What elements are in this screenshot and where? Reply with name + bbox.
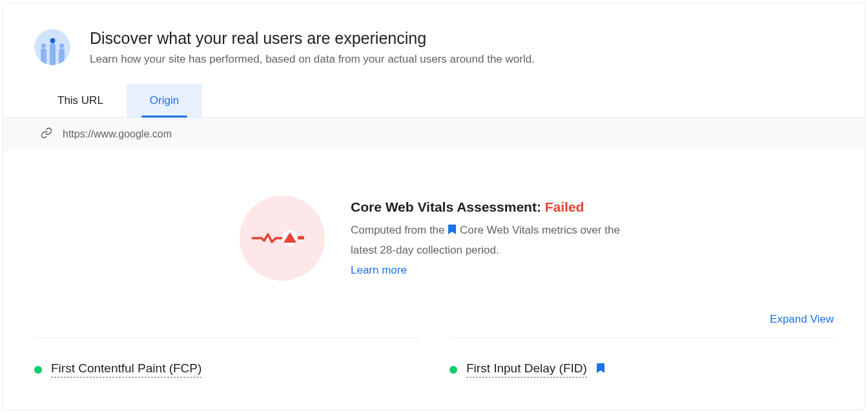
bookmark-icon [596,363,605,376]
metric-fid[interactable]: First Input Delay (FID) [450,361,834,378]
svg-rect-3 [50,43,56,65]
page-title: Discover what your real users are experi… [90,29,535,48]
assessment-text: Core Web Vitals Assessment: Failed Compu… [351,199,628,277]
assessment-title: Core Web Vitals Assessment: Failed [351,199,628,215]
assessment-desc-part1: Computed from the [351,224,448,236]
tabs: This URL Origin [3,84,865,118]
metric-fcp-label: First Contentful Paint (FCP) [51,361,202,378]
vitals-failed-icon [240,196,325,281]
assessment-section: Core Web Vitals Assessment: Failed Compu… [3,150,865,313]
link-icon [41,127,52,141]
assessment-status: Failed [545,199,584,214]
svg-point-7 [59,44,64,48]
crux-logo-icon [34,29,70,65]
page-subtitle: Learn how your site has performed, based… [90,53,535,66]
header: Discover what your real users are experi… [3,3,865,66]
tab-origin[interactable]: Origin [127,84,202,117]
svg-point-6 [50,38,56,43]
url-bar: https://www.google.com [3,118,865,150]
metrics-grid: First Contentful Paint (FCP) First Input… [3,337,865,378]
assessment-title-prefix: Core Web Vitals Assessment: [351,199,545,214]
assessment-description: Computed from the Core Web Vitals metric… [351,221,628,260]
metric-column-left: First Contentful Paint (FCP) [34,337,418,378]
tab-this-url[interactable]: This URL [34,84,127,117]
metric-column-right: First Input Delay (FID) [450,337,834,378]
bookmark-icon [448,223,457,241]
expand-view-link[interactable]: Expand View [770,313,834,325]
metric-fid-label: First Input Delay (FID) [466,361,587,378]
page-container: Discover what your real users are experi… [3,3,865,410]
svg-point-5 [41,44,46,48]
learn-more-link[interactable]: Learn more [351,264,407,277]
status-dot-good-icon [34,366,42,374]
status-dot-good-icon [450,366,457,374]
url-text: https://www.google.com [63,128,172,140]
header-text: Discover what your real users are experi… [90,29,535,66]
expand-row: Expand View [3,313,865,337]
svg-rect-4 [59,48,65,65]
metric-fcp[interactable]: First Contentful Paint (FCP) [34,361,418,378]
svg-rect-2 [41,48,46,65]
svg-rect-8 [298,236,304,239]
